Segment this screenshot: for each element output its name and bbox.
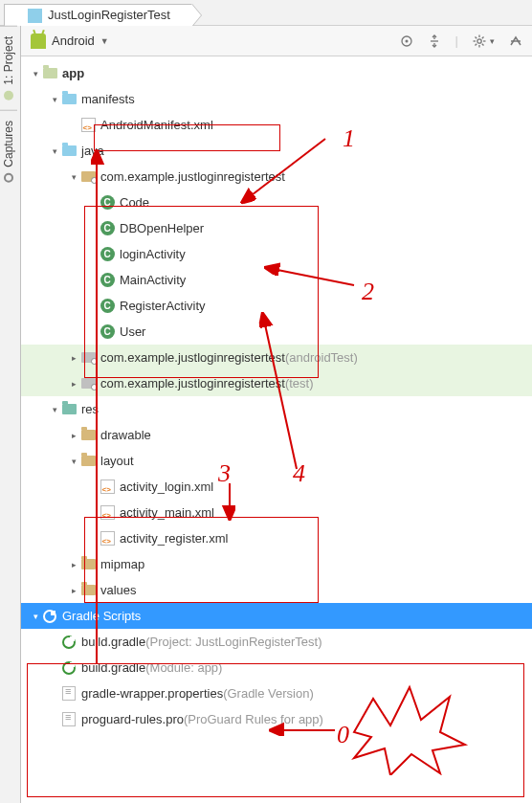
- tool-project[interactable]: 1: Project: [0, 26, 17, 110]
- collapse-icon[interactable]: [428, 33, 442, 48]
- tree-build-gradle-project[interactable]: build.gradle (Project: JustLoginRegister…: [21, 629, 532, 655]
- gear-icon[interactable]: [472, 33, 486, 48]
- xml-icon: [100, 531, 115, 546]
- project-icon: [4, 91, 13, 100]
- tree-layout[interactable]: ▾layout: [21, 448, 532, 474]
- pkg-at-label: com.example.justloginregistertest: [100, 350, 285, 365]
- tree-pkg-androidtest[interactable]: ▸com.example.justloginregistertest (andr…: [21, 345, 532, 370]
- bg-module-suffix: (Module: app): [145, 660, 222, 675]
- pkg-at-suffix: (androidTest): [285, 350, 358, 365]
- expand-arrow-icon[interactable]: ▸: [67, 379, 80, 389]
- tree-build-gradle-module[interactable]: build.gradle (Module: app): [21, 655, 532, 680]
- xml-icon: [100, 480, 115, 494]
- expand-arrow-icon[interactable]: ▾: [29, 612, 42, 621]
- project-tree[interactable]: ▾app ▾manifests AndroidManifest.xml ▾jav…: [21, 56, 532, 803]
- expand-arrow-icon[interactable]: ▾: [67, 172, 80, 182]
- tool-strip: 1: Project Captures: [0, 26, 21, 803]
- tree-manifest-file[interactable]: AndroidManifest.xml: [21, 112, 532, 138]
- class-label: RegisterActivity: [120, 299, 206, 313]
- class-icon: C: [100, 273, 115, 287]
- class-icon: C: [100, 195, 115, 210]
- folder-icon: [62, 94, 77, 104]
- class-icon: C: [100, 299, 115, 313]
- gear-dropdown-icon[interactable]: ▾: [490, 36, 495, 46]
- folder-icon: [81, 456, 96, 466]
- svg-line-11: [481, 43, 483, 45]
- properties-icon: [62, 686, 76, 701]
- tree-mipmap[interactable]: ▸mipmap: [21, 551, 532, 577]
- gw-suffix: (Gradle Version): [223, 686, 314, 701]
- tree-layout-file[interactable]: activity_main.xml: [21, 500, 532, 525]
- values-label: values: [100, 583, 137, 597]
- layout-file-label: activity_register.xml: [120, 531, 228, 546]
- tree-gradle-scripts[interactable]: ▾Gradle Scripts: [21, 603, 532, 629]
- class-label: loginActivity: [120, 247, 186, 261]
- java-label: java: [81, 144, 104, 158]
- tree-res[interactable]: ▾res: [21, 396, 532, 422]
- expand-arrow-icon[interactable]: ▾: [67, 457, 80, 466]
- pg-suffix: (ProGuard Rules for app): [184, 712, 323, 726]
- android-icon: [31, 33, 46, 49]
- tree-app[interactable]: ▾app: [21, 60, 532, 86]
- tree-gradle-wrapper[interactable]: gradle-wrapper.properties (Gradle Versio…: [21, 680, 532, 706]
- gradle-icon: [43, 610, 56, 623]
- svg-point-5: [477, 38, 480, 42]
- target-icon[interactable]: [400, 33, 414, 48]
- drawable-label: drawable: [100, 428, 151, 442]
- expand-arrow-icon[interactable]: ▸: [67, 560, 80, 569]
- tree-pkg-main[interactable]: ▾com.example.justloginregistertest: [21, 164, 532, 190]
- bg-module-label: build.gradle: [81, 660, 145, 675]
- tree-class[interactable]: CloginActivity: [21, 241, 532, 267]
- folder-icon: [81, 585, 96, 595]
- pkg-test-label: com.example.justloginregistertest: [100, 376, 285, 390]
- tree-java[interactable]: ▾java: [21, 138, 532, 164]
- tree-pkg-test[interactable]: ▸com.example.justloginregistertest (test…: [21, 370, 532, 396]
- tool-captures[interactable]: Captures: [0, 110, 17, 192]
- view-selector-label[interactable]: Android: [52, 33, 95, 48]
- layout-file-label: activity_login.xml: [120, 480, 213, 494]
- expand-arrow-icon[interactable]: ▾: [29, 69, 42, 78]
- expand-arrow-icon[interactable]: ▾: [48, 95, 61, 104]
- tool-captures-label: Captures: [2, 121, 15, 167]
- tree-class[interactable]: CUser: [21, 319, 532, 345]
- app-label: app: [62, 66, 84, 80]
- gradle-scripts-label: Gradle Scripts: [62, 609, 141, 623]
- folder-icon: [81, 430, 96, 440]
- svg-line-13: [475, 43, 477, 45]
- expand-arrow-icon[interactable]: ▾: [48, 146, 61, 156]
- expand-arrow-icon[interactable]: ▸: [67, 353, 80, 363]
- hide-icon[interactable]: [508, 33, 522, 48]
- class-icon: C: [100, 221, 115, 235]
- tree-class[interactable]: CRegisterActivity: [21, 293, 532, 319]
- package-icon: [81, 378, 96, 389]
- gradle-icon: [62, 636, 76, 649]
- tree-values[interactable]: ▸values: [21, 577, 532, 603]
- package-icon: [81, 352, 96, 363]
- module-icon: [28, 9, 42, 23]
- bg-project-label: build.gradle: [81, 635, 145, 649]
- expand-arrow-icon[interactable]: ▾: [48, 405, 61, 414]
- class-icon: C: [100, 247, 115, 261]
- class-label: MainActivity: [120, 273, 186, 287]
- class-label: DBOpenHelper: [120, 221, 204, 235]
- tree-layout-file[interactable]: activity_register.xml: [21, 525, 532, 551]
- tree-manifests[interactable]: ▾manifests: [21, 86, 532, 112]
- tree-class[interactable]: CDBOpenHelper: [21, 215, 532, 241]
- tree-proguard[interactable]: proguard-rules.pro (ProGuard Rules for a…: [21, 706, 532, 732]
- folder-icon: [62, 145, 77, 156]
- dropdown-arrow-icon[interactable]: ▼: [100, 36, 109, 46]
- expand-arrow-icon[interactable]: ▸: [67, 586, 80, 595]
- breadcrumb-project[interactable]: JustLoginRegisterTest: [4, 4, 192, 26]
- tree-class[interactable]: CCode: [21, 190, 532, 215]
- class-label: Code: [120, 195, 149, 210]
- svg-point-1: [406, 39, 409, 42]
- tree-class[interactable]: CMainActivity: [21, 267, 532, 293]
- class-icon: C: [100, 324, 115, 339]
- tool-project-label: 1: Project: [2, 36, 15, 85]
- expand-arrow-icon[interactable]: ▸: [67, 431, 80, 440]
- layout-file-label: activity_main.xml: [120, 505, 214, 520]
- tree-drawable[interactable]: ▸drawable: [21, 422, 532, 448]
- folder-icon: [81, 559, 96, 569]
- res-label: res: [81, 402, 99, 416]
- tree-layout-file[interactable]: activity_login.xml: [21, 474, 532, 500]
